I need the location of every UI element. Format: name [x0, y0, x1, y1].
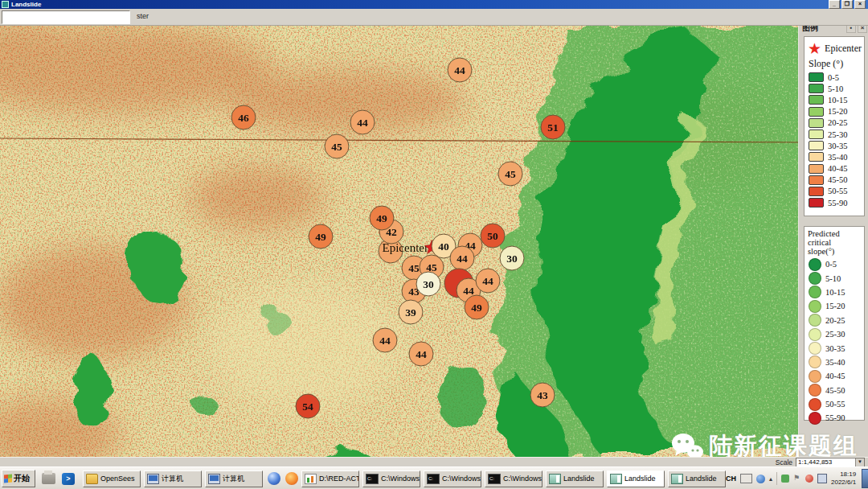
application-window: Landslide _ ❐ × ster [0, 0, 868, 489]
landslide-marker-value: 44 [357, 117, 368, 129]
taskbar-button-label: D:\RED-ACT\... [319, 475, 359, 483]
slope-class-row: 45-50 [805, 175, 864, 186]
taskbar-button[interactable]: 计算机 [205, 471, 263, 487]
map-canvas[interactable]: 444644455145494249Epicenter4440503044454… [0, 25, 868, 457]
safely-remove-icon[interactable] [781, 475, 789, 483]
critical-class-swatch [809, 300, 821, 313]
landslide-marker-value: 30 [506, 253, 518, 265]
keyboard-icon[interactable] [740, 474, 752, 483]
taskbar-button[interactable]: 计算机 [144, 471, 202, 487]
window-title: Landslide [11, 1, 41, 8]
taskbar-button[interactable]: Landslide [607, 471, 665, 487]
slope-class-label: 50-55 [828, 187, 848, 195]
slope-class-swatch [809, 198, 824, 208]
slope-class-swatch [809, 187, 824, 196]
slope-class-label: 0-5 [828, 73, 839, 82]
slope-class-swatch [809, 72, 824, 82]
slope-class-row: 35-40 [805, 151, 864, 162]
critical-slope-legend-card: Predicted critical slope(°) 0-55-1010-15… [804, 226, 865, 421]
title-bar: Landslide _ ❐ × [0, 0, 868, 9]
critical-class-label: 35-40 [825, 358, 845, 367]
taskbar-button[interactable]: OpenSees [83, 471, 141, 487]
critical-class-row: 55-90 [805, 411, 864, 425]
taskbar-button[interactable]: Landslide [668, 471, 726, 487]
critical-class-swatch [809, 328, 821, 341]
start-button[interactable]: 开始 [2, 470, 35, 487]
chart-icon [305, 474, 317, 484]
slope-class-swatch [809, 152, 824, 162]
critical-class-swatch [809, 398, 821, 411]
taskbar-button[interactable]: C:C:\Windows\s... [485, 471, 542, 487]
slope-class-swatch [809, 107, 824, 117]
restore-button[interactable]: ❐ [841, 0, 853, 9]
slope-class-row: 5-10 [805, 83, 864, 94]
taskbar-button-label: OpenSees [100, 475, 135, 483]
scale-dropdown-icon[interactable]: ▼ [855, 458, 864, 466]
slope-class-swatch [809, 175, 824, 185]
landslide-marker-value: 46 [238, 112, 249, 124]
alert-icon[interactable] [805, 475, 813, 483]
clock-date: 2022/6/1 [831, 479, 856, 487]
landslide-marker-value: 45 [505, 168, 516, 180]
action-center-flag-icon[interactable] [793, 475, 801, 483]
critical-legend-title-line1: Predicted critical [808, 229, 864, 247]
minimize-button[interactable]: _ [829, 0, 840, 9]
folder-icon [86, 474, 98, 484]
landslide-marker-value: 45 [408, 262, 420, 274]
tray-expand-icon[interactable]: ▴ [769, 475, 772, 483]
landslide-marker-value: 50 [487, 230, 498, 242]
printer-icon[interactable] [42, 473, 55, 484]
network-icon[interactable] [817, 474, 827, 483]
system-tray: CH ▴ 18:19 2022/6/1 [726, 469, 868, 488]
critical-class-label: 50-55 [825, 400, 845, 409]
epicenter-map-label: Epicenter [383, 241, 428, 254]
firefox-icon[interactable] [285, 472, 298, 485]
slope-class-label: 20-25 [828, 118, 848, 127]
close-button[interactable]: × [854, 0, 866, 9]
slope-class-swatch [809, 141, 824, 150]
task-button-strip: OpenSees计算机计算机D:\RED-ACT\...C:C:\Windows… [80, 471, 726, 487]
landslide-marker-value: 51 [547, 121, 559, 134]
show-desktop-button[interactable] [862, 469, 868, 488]
landslide-marker-value: 40 [438, 240, 449, 253]
sphere-icon[interactable] [268, 472, 280, 485]
slope-class-row: 30-35 [805, 140, 864, 151]
landslide-marker-value: 30 [423, 278, 434, 290]
taskbar-button-label: Landslide [686, 475, 717, 483]
legend-panel: 图例 ▪ × ★ Epicenter Slope (°) 0-55-1010-1… [798, 22, 868, 457]
critical-class-row: 50-55 [805, 397, 864, 411]
critical-class-row: 45-50 [805, 384, 864, 397]
toolbar-label: ster [137, 12, 149, 20]
critical-class-row: 35-40 [805, 355, 864, 369]
landslide-marker-value: 54 [302, 401, 313, 413]
slope-class-swatch [809, 164, 824, 174]
layer-combobox[interactable] [2, 10, 130, 24]
slope-class-row: 15-20 [805, 106, 864, 117]
slope-class-label: 30-35 [828, 142, 848, 150]
ime-icon[interactable] [756, 475, 765, 483]
clock-time: 18:19 [831, 471, 856, 479]
critical-class-swatch [809, 286, 821, 298]
epicenter-star-icon: ★ [808, 41, 821, 55]
taskbar-button-label: Landslide [624, 475, 656, 483]
landslide-marker-value: 44 [379, 335, 391, 347]
slope-class-row: 0-5 [805, 72, 864, 83]
critical-class-row: 0-5 [805, 257, 864, 271]
slope-legend-card: ★ Epicenter Slope (°) 0-55-1010-1515-202… [804, 36, 865, 216]
landslide-marker-value: 44 [416, 348, 427, 360]
start-label: 开始 [14, 473, 30, 484]
taskbar-button[interactable]: C:C:\Windows\s... [362, 471, 420, 487]
powershell-icon[interactable]: > [62, 473, 75, 485]
landslide-marker-value: 45 [331, 141, 342, 153]
taskbar-button[interactable]: Landslide [546, 471, 604, 487]
taskbar-clock[interactable]: 18:19 2022/6/1 [831, 471, 856, 487]
taskbar-button[interactable]: D:\RED-ACT\... [301, 471, 359, 487]
critical-class-label: 0-5 [825, 260, 837, 269]
critical-legend-title-line2: slope(°) [808, 247, 864, 256]
cmd-icon: C: [427, 474, 440, 484]
scale-combobox[interactable]: 1:1,442,853 ▼ [796, 458, 865, 467]
language-indicator[interactable]: CH [726, 475, 736, 483]
critical-class-swatch [809, 342, 821, 355]
taskbar-button[interactable]: C:C:\Windows\s... [424, 471, 481, 487]
slope-class-row: 25-30 [805, 129, 864, 140]
